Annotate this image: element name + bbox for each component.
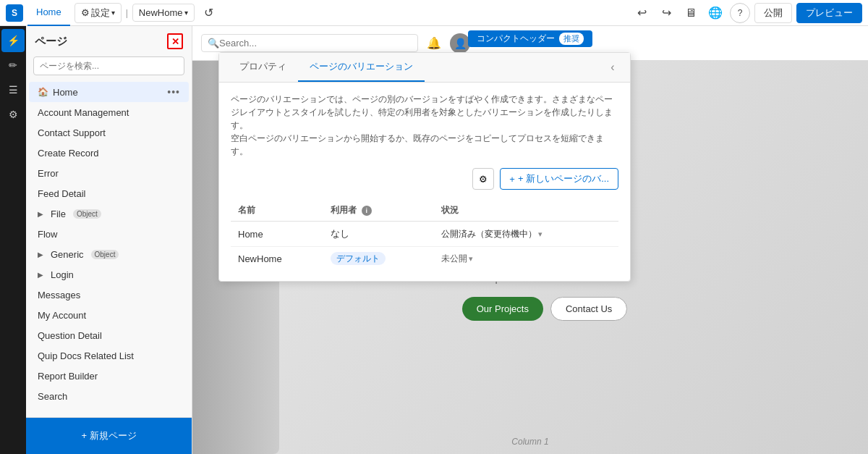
sidebar-item-quip-docs[interactable]: Quip Docs Related List: [29, 346, 189, 366]
panel-actions: ⚙ + + 新しいページのバ...: [231, 168, 618, 190]
contact-us-button[interactable]: Contact Us: [550, 297, 627, 321]
sidebar-item-my-account[interactable]: My Account: [29, 306, 189, 325]
sidebar-item-home[interactable]: 🏠 Home •••: [29, 82, 189, 102]
sidebar-list: 🏠 Home ••• Account Management Contact Su…: [26, 81, 192, 417]
icon-nav-menu[interactable]: ☰: [1, 78, 25, 101]
sidebar-close-button[interactable]: ✕: [167, 33, 183, 49]
main-layout: ⚡ ✏ ☰ ⚙ ページ ✕ 🏠 Home ••• Account Managem…: [0, 26, 868, 454]
panel-close-button[interactable]: ‹: [604, 59, 621, 76]
expander-icon: ▶: [38, 251, 43, 258]
row-status: 公開済み（変更待機中） ▾: [434, 222, 618, 247]
sidebar-item-login[interactable]: ▶ Login: [29, 265, 189, 285]
our-projects-button[interactable]: Our Projects: [462, 297, 543, 321]
gear-icon: ⚙: [81, 7, 90, 18]
undo-button[interactable]: ↩: [631, 3, 652, 23]
column-label: Column 1: [511, 437, 548, 447]
sidebar-item-error[interactable]: Error: [29, 164, 189, 183]
icon-nav-lightning[interactable]: ⚡: [1, 29, 25, 52]
help-button[interactable]: ?: [730, 3, 750, 23]
sidebar-item-account-management[interactable]: Account Management: [29, 103, 189, 122]
user-avatar-button[interactable]: 👤: [450, 33, 470, 54]
row-name: NewHome: [231, 247, 323, 272]
refresh-button[interactable]: ↺: [199, 3, 219, 23]
globe-button[interactable]: 🌐: [705, 3, 726, 23]
panel-overlay: プロパティ ページのバリエーション ‹ ページのバリエーションでは、ページの別の…: [218, 52, 631, 282]
sidebar-item-report-builder[interactable]: Report Builder: [29, 366, 189, 386]
compact-header-banner: コンパクトヘッダー 推奨: [468, 30, 592, 47]
top-bar: S Home ⚙ 設定 ▾ | NewHome ▾ ↺ ↩ ↪ 🖥 🌐 ? 公開…: [0, 0, 868, 26]
chevron-down-icon: ▾: [111, 9, 115, 17]
preview-button[interactable]: プレビュー: [796, 3, 862, 23]
new-page-button[interactable]: + 新規ページ: [32, 424, 186, 448]
object-badge: Object: [73, 209, 101, 219]
expander-icon: ▶: [38, 210, 43, 218]
right-area: プロパティ ページのバリエーション ‹ ページのバリエーションでは、ページの別の…: [192, 26, 868, 454]
sidebar-item-flow[interactable]: Flow: [29, 224, 189, 244]
more-options-icon[interactable]: •••: [167, 86, 180, 98]
sidebar-item-create-record[interactable]: Create Record: [29, 143, 189, 163]
panel-description: ページのバリエーションでは、ページの別のバージョンをすばやく作成できます。さまざ…: [231, 93, 618, 158]
object-badge: Object: [91, 250, 119, 259]
icon-nav-settings[interactable]: ⚙: [1, 103, 25, 126]
sidebar-item-search[interactable]: Search: [29, 387, 189, 406]
row-user: デフォルト: [323, 247, 434, 272]
col-user: 利用者 i: [323, 200, 434, 222]
recommended-badge: 推奨: [559, 33, 584, 45]
row-name: Home: [231, 222, 323, 247]
col-name: 名前: [231, 200, 323, 222]
search-input[interactable]: [219, 38, 412, 49]
icon-nav: ⚡ ✏ ☰ ⚙: [0, 26, 26, 454]
new-variation-button[interactable]: + + 新しいページのバ...: [500, 168, 618, 190]
hero-buttons: Our Projects Contact Us: [462, 297, 628, 321]
sidebar-item-messages[interactable]: Messages: [29, 285, 189, 305]
panel-body: ページのバリエーションでは、ページの別のバージョンをすばやく作成できます。さまざ…: [219, 83, 630, 281]
default-user-badge: デフォルト: [331, 252, 386, 265]
home-tab[interactable]: Home: [27, 0, 70, 26]
redo-button[interactable]: ↪: [656, 3, 676, 23]
table-row: Home なし 公開済み（変更待機中） ▾: [231, 222, 618, 247]
desktop-view-button[interactable]: 🖥: [681, 3, 701, 23]
sidebar-search-input[interactable]: [33, 56, 184, 75]
chevron-down-icon: ▾: [184, 9, 188, 17]
sidebar-header: ページ ✕: [26, 26, 192, 54]
app-logo: S: [6, 4, 23, 22]
search-icon: 🔍: [208, 38, 219, 49]
plus-icon: +: [509, 174, 515, 185]
dropdown-arrow-icon[interactable]: ▾: [538, 230, 542, 239]
variations-table: 名前 利用者 i 状況 Home なし: [231, 200, 618, 271]
row-status: 未公開 ▾: [434, 247, 618, 272]
settings-dropdown[interactable]: ⚙ 設定 ▾: [75, 3, 122, 23]
sidebar-title: ページ: [35, 35, 67, 49]
sidebar-item-file[interactable]: ▶ File Object: [29, 204, 189, 224]
info-icon[interactable]: i: [362, 206, 372, 216]
expander-icon: ▶: [38, 271, 43, 279]
search-bar: 🔍: [201, 34, 418, 52]
row-user: なし: [323, 222, 434, 247]
col-status: 状況: [434, 200, 618, 222]
table-row: NewHome デフォルト 未公開 ▾: [231, 247, 618, 272]
icon-nav-edit[interactable]: ✏: [1, 54, 25, 77]
notifications-button[interactable]: 🔔: [424, 33, 444, 54]
dropdown-arrow-icon[interactable]: ▾: [469, 254, 473, 264]
sidebar: ページ ✕ 🏠 Home ••• Account Management Cont…: [26, 26, 192, 454]
publish-button[interactable]: 公開: [754, 3, 792, 23]
sidebar-item-question-detail[interactable]: Question Detail: [29, 326, 189, 345]
sidebar-search-container: [26, 54, 192, 81]
panel-tabs: プロパティ ページのバリエーション ‹: [219, 53, 630, 83]
tab-properties[interactable]: プロパティ: [228, 53, 298, 82]
sidebar-item-contact-support[interactable]: Contact Support: [29, 123, 189, 143]
home-icon: 🏠: [38, 87, 48, 97]
sidebar-footer: + 新規ページ: [26, 417, 192, 454]
sidebar-item-generic[interactable]: ▶ Generic Object: [29, 245, 189, 264]
newhome-dropdown[interactable]: NewHome ▾: [132, 4, 195, 22]
sidebar-item-feed-detail[interactable]: Feed Detail: [29, 184, 189, 203]
right-top-icons: 🔔 👤: [424, 33, 470, 54]
tab-variations[interactable]: ページのバリエーション: [298, 53, 425, 82]
settings-icon-button[interactable]: ⚙: [472, 168, 494, 190]
